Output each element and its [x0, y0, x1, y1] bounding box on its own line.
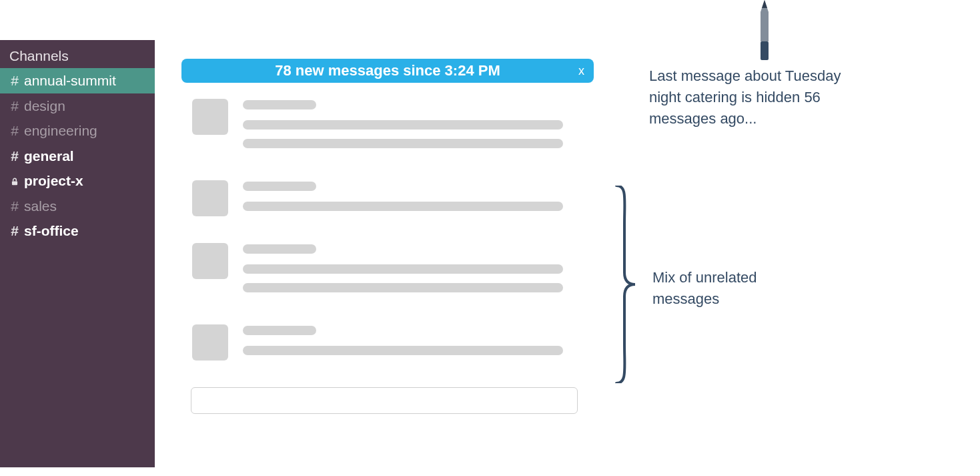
channel-annual-summit[interactable]: # annual-summit	[0, 68, 155, 93]
channel-engineering[interactable]: # engineering	[0, 118, 155, 144]
annotation-mix-unrelated: Mix of unrelated messages	[652, 267, 826, 310]
channel-project-x[interactable]: project-x	[0, 168, 155, 194]
hash-icon: #	[9, 95, 20, 117]
placeholder-line	[243, 202, 563, 211]
pen-icon	[753, 0, 777, 61]
svg-rect-0	[12, 182, 17, 186]
message-lines	[243, 180, 594, 220]
close-icon[interactable]: x	[578, 64, 584, 78]
avatar	[192, 99, 228, 135]
channel-label: sales	[24, 196, 57, 217]
hash-icon: #	[9, 70, 20, 91]
channel-sales[interactable]: # sales	[0, 194, 155, 219]
avatar	[192, 324, 228, 361]
svg-rect-1	[761, 41, 769, 60]
placeholder-line	[243, 182, 316, 191]
new-messages-banner[interactable]: 78 new messages since 3:24 PM x	[181, 59, 594, 83]
message-placeholder	[192, 243, 594, 302]
channel-label: engineering	[24, 120, 97, 142]
message-input[interactable]	[191, 387, 578, 414]
lock-icon	[9, 170, 20, 192]
message-lines	[243, 324, 594, 365]
channel-label: design	[24, 95, 65, 117]
channel-label: sf-office	[24, 220, 79, 242]
channels-header: Channels	[0, 45, 155, 68]
placeholder-line	[243, 326, 316, 335]
avatar	[192, 243, 228, 279]
channel-sidebar: Channels # annual-summit # design # engi…	[0, 40, 155, 467]
banner-text: 78 new messages since 3:24 PM	[275, 62, 500, 79]
message-placeholder	[192, 180, 594, 220]
placeholder-line	[243, 244, 316, 254]
hash-icon: #	[9, 120, 20, 142]
placeholder-line	[243, 264, 563, 274]
channel-general[interactable]: # general	[0, 144, 155, 169]
channel-label: project-x	[24, 170, 83, 192]
placeholder-line	[243, 283, 563, 292]
avatar	[192, 180, 228, 216]
placeholder-line	[243, 346, 563, 355]
chat-panel: 78 new messages since 3:24 PM x	[181, 59, 594, 414]
message-placeholder	[192, 324, 594, 365]
hash-icon: #	[9, 220, 20, 242]
hash-icon: #	[9, 146, 20, 167]
placeholder-line	[243, 139, 563, 148]
channel-label: annual-summit	[24, 70, 116, 91]
placeholder-line	[243, 100, 316, 109]
channel-sf-office[interactable]: # sf-office	[0, 218, 155, 244]
hash-icon: #	[9, 196, 20, 217]
channel-label: general	[24, 146, 74, 167]
message-placeholder	[192, 99, 594, 158]
message-lines	[243, 243, 594, 302]
annotation-last-message: Last message about Tuesday night caterin…	[649, 65, 856, 130]
channel-design[interactable]: # design	[0, 93, 155, 119]
curly-brace-icon	[611, 186, 638, 383]
placeholder-line	[243, 120, 563, 130]
message-lines	[243, 99, 594, 158]
